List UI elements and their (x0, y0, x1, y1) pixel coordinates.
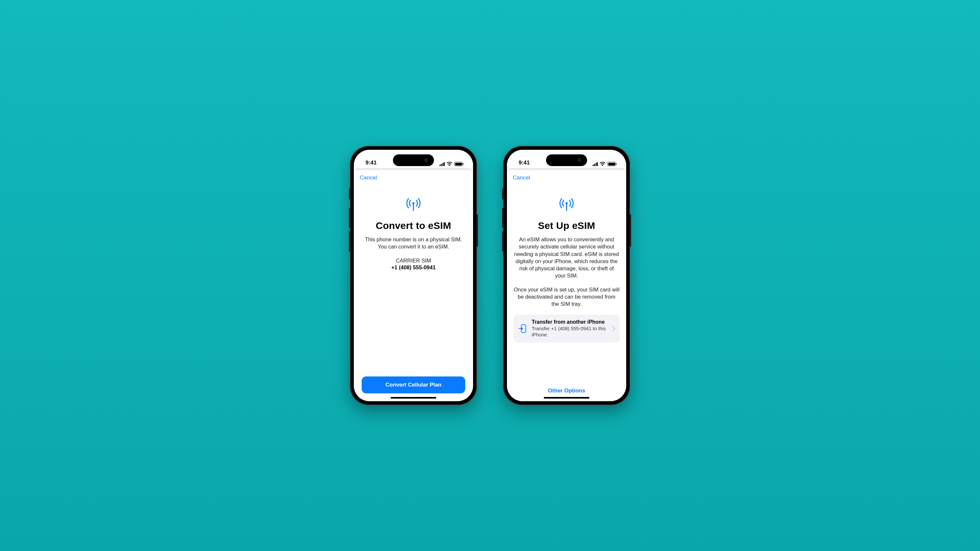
home-indicator[interactable] (544, 397, 589, 399)
side-button (476, 214, 478, 247)
modal-sheet: Cancel Set Up eSIM (507, 170, 626, 401)
content-area: Convert to eSIM This phone number is on … (354, 183, 473, 395)
convert-cellular-plan-button[interactable]: Convert Cellular Plan (362, 376, 465, 394)
svg-rect-1 (413, 204, 414, 211)
cell-title: Transfer from another iPhone (532, 319, 608, 325)
other-options-button[interactable]: Other Options (514, 382, 620, 395)
phone-number: +1 (408) 555-0941 (360, 264, 466, 271)
transfer-from-another-iphone-cell[interactable]: Transfer from another iPhone Transfer +1… (514, 314, 620, 343)
cellular-antenna-icon (558, 197, 575, 212)
status-right (439, 162, 463, 166)
battery-icon (607, 162, 616, 166)
screen: 9:41 Cancel (507, 150, 626, 401)
dynamic-island (546, 154, 587, 166)
modal-sheet: Cancel Convert to eSIM (354, 170, 473, 401)
svg-rect-3 (566, 204, 567, 211)
cellular-signal-icon (439, 162, 445, 166)
page-description-1: An eSIM allows you to conveniently and s… (514, 236, 620, 279)
cell-subtitle: Transfer +1 (408) 555-0941 to this iPhon… (532, 326, 608, 338)
page-title: Set Up eSIM (514, 220, 620, 231)
volume-down-button (349, 231, 350, 251)
nav-bar: Cancel (507, 170, 626, 183)
cancel-button[interactable]: Cancel (360, 175, 377, 181)
status-time: 9:41 (519, 160, 530, 166)
iphone-mockup-left: 9:41 Cancel (350, 146, 477, 405)
volume-up-button (349, 208, 350, 228)
nav-bar: Cancel (354, 170, 473, 183)
dynamic-island (393, 154, 434, 166)
home-indicator[interactable] (391, 397, 436, 399)
carrier-label: CARRIER SIM (360, 257, 466, 264)
chevron-right-icon (612, 326, 615, 331)
page-title: Convert to eSIM (360, 220, 466, 231)
silence-switch (502, 188, 504, 199)
transfer-icon (519, 324, 527, 333)
cancel-button[interactable]: Cancel (513, 175, 530, 181)
wifi-icon (600, 162, 605, 166)
cellular-signal-icon (593, 162, 598, 166)
page-description: This phone number is on a physical SIM. … (360, 236, 466, 251)
side-button (630, 214, 631, 247)
volume-up-button (502, 208, 504, 228)
status-time: 9:41 (366, 160, 377, 166)
silence-switch (349, 188, 350, 199)
status-right (593, 162, 616, 166)
battery-icon (454, 162, 463, 166)
volume-down-button (502, 231, 504, 251)
screen: 9:41 Cancel (354, 150, 473, 401)
cellular-antenna-icon (405, 197, 422, 212)
content-area: Set Up eSIM An eSIM allows you to conven… (507, 183, 626, 395)
page-description-2: Once your eSIM is set up, your SIM card … (514, 286, 620, 308)
wifi-icon (447, 162, 452, 166)
iphone-mockup-right: 9:41 Cancel (503, 146, 630, 405)
